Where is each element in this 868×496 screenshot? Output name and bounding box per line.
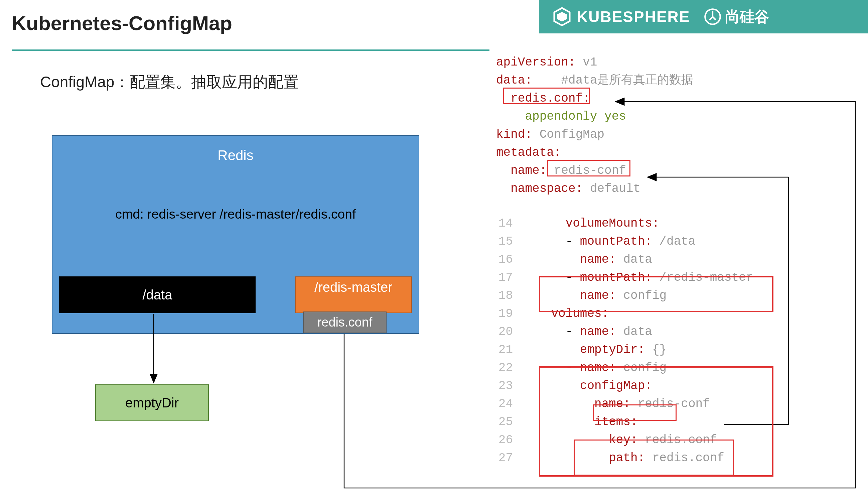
- subtitle: ConfigMap：配置集。抽取应用的配置: [40, 72, 299, 93]
- emptydir-box: emptyDir: [95, 384, 209, 421]
- yaml-line: metadata:: [496, 144, 864, 162]
- yaml-line: 17 - mountPath: /redis-master: [496, 269, 864, 287]
- yaml-line: 16 name: data: [496, 251, 864, 269]
- yaml-line: 22 - name: config: [496, 359, 864, 377]
- header-bar: KUBESPHERE 尚硅谷: [539, 0, 868, 33]
- yaml-line: data: #data是所有真正的数据: [496, 72, 864, 90]
- yaml-line: 19 volumes:: [496, 305, 864, 323]
- shanggu-logo: 尚硅谷: [704, 7, 769, 27]
- page-title: Kubernetes-ConfigMap: [12, 12, 232, 35]
- data-volume-box: /data: [59, 276, 256, 313]
- yaml-line: appendonly yes: [496, 108, 864, 126]
- yaml-line: 14 volumeMounts:: [496, 215, 864, 233]
- kubesphere-icon: [552, 7, 572, 27]
- redis-master-volume-box: /redis-master: [295, 276, 412, 313]
- yaml-line: 21 emptyDir: {}: [496, 341, 864, 359]
- yaml-line: 27 path: redis.conf: [496, 449, 864, 467]
- yaml-line: 25 items:: [496, 413, 864, 431]
- yaml-line: redis.conf:: [496, 90, 864, 108]
- shanggu-icon: [704, 8, 722, 26]
- yaml-line: 20 - name: data: [496, 323, 864, 341]
- yaml-line: namespace: default: [496, 180, 864, 198]
- redis-container-box: Redis cmd: redis-server /redis-master/re…: [52, 135, 419, 334]
- kubesphere-logo: KUBESPHERE: [552, 7, 690, 27]
- yaml-code-area: apiVersion: v1 data: #data是所有真正的数据 redis…: [496, 53, 864, 467]
- redis-cmd-text: cmd: redis-server /redis-master/redis.co…: [52, 207, 419, 221]
- yaml-line: kind: ConfigMap: [496, 126, 864, 144]
- yaml-line: name: redis-conf: [496, 162, 864, 180]
- svg-marker-1: [557, 12, 567, 22]
- yaml-line: 23 configMap:: [496, 377, 864, 395]
- redis-title: Redis: [52, 136, 419, 164]
- shanggu-text: 尚硅谷: [725, 7, 769, 27]
- redis-conf-file-box: redis.conf: [303, 311, 386, 333]
- yaml-line: 24 name: redis-conf: [496, 395, 864, 413]
- yaml-line: 26 - key: redis.conf: [496, 431, 864, 449]
- title-underline: [12, 49, 489, 51]
- kubesphere-text: KUBESPHERE: [577, 8, 690, 26]
- yaml-line: apiVersion: v1: [496, 53, 864, 72]
- yaml-line: 18 name: config: [496, 287, 864, 305]
- yaml-line: 15 - mountPath: /data: [496, 233, 864, 251]
